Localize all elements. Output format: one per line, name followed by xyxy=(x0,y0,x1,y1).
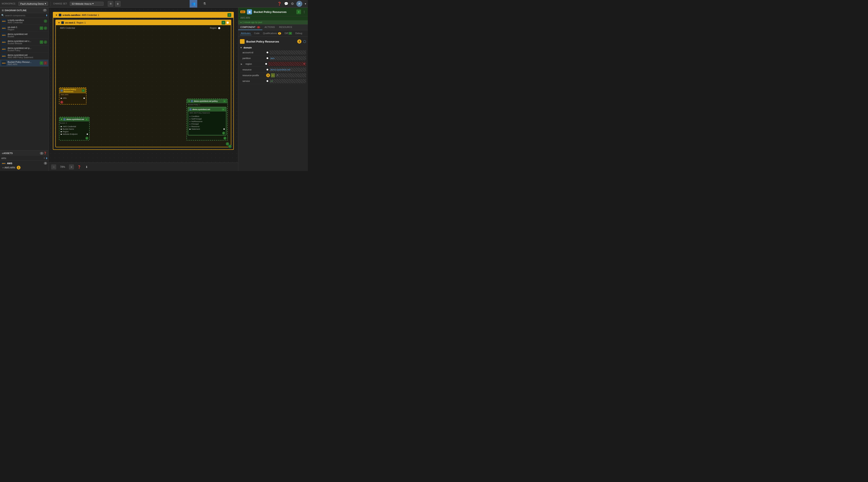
comp-type-iam: AWS IAM Policy Statement xyxy=(8,56,47,59)
policy-icon xyxy=(191,100,193,102)
bucket-collapse-icon[interactable]: ▼ xyxy=(61,118,63,120)
sandbox-title: s-tools-sandbox xyxy=(63,14,81,16)
aws-group-badge: 1 xyxy=(44,162,47,165)
comp-info-sandbox: s-tools-sandbox AWS Credential xyxy=(8,19,42,24)
region-label-node: Region xyxy=(210,26,220,29)
rp-timestamp: ● 1 minute ago by paul xyxy=(238,20,308,25)
right-panel: aws ▣ Bucket Policy Resources + ⋮ AWS AR… xyxy=(238,8,308,171)
comp-info-bucketweb: demo.sysinitest.net c... Bucket Website xyxy=(8,40,38,45)
help-canvas-icon[interactable]: ❓ xyxy=(76,164,82,169)
iam-inner-add[interactable]: + xyxy=(222,108,225,111)
subtab-qualifications[interactable]: Qualifications 1 xyxy=(262,31,282,35)
help-icon[interactable]: ❓ xyxy=(277,2,282,6)
top-bar: WORKSPACE: Paul's Authoring Demo ▾ CHANG… xyxy=(0,0,308,8)
diagram-canvas[interactable]: ▼ s-tools-sandbox AWS Credential: 1 + ▼ … xyxy=(49,8,238,163)
filter-icon[interactable]: ⧫ xyxy=(46,14,47,17)
avatar[interactable]: P xyxy=(297,1,302,7)
flask-icon-button[interactable]: ⚗ xyxy=(200,0,208,8)
bpr-inner-container[interactable]: Bucket Policy Resources + AWS ARN ARN xyxy=(59,87,87,105)
settings-icon[interactable]: ⚙ xyxy=(291,2,294,6)
component-item-bucket[interactable]: aws demo.sysinitest.net Bucket xyxy=(0,32,49,39)
subtab-attributes[interactable]: Attributes xyxy=(240,31,251,35)
users-icon-button[interactable]: 👥 xyxy=(190,0,197,8)
region-expand-icon[interactable]: ▶ xyxy=(240,63,243,65)
domain-header[interactable]: ▼ domain xyxy=(240,46,306,50)
comp-3d-icon[interactable]: ⬡ xyxy=(303,39,306,44)
region-add-button[interactable]: + xyxy=(221,21,225,25)
separator xyxy=(51,2,51,6)
tab-actions[interactable]: ACTIONS xyxy=(262,25,277,30)
policy-collapse-icon[interactable]: ▼ xyxy=(188,100,190,102)
subtab-debug[interactable]: Debug xyxy=(294,31,303,35)
grid-icon-button[interactable]: ⊞ xyxy=(108,1,113,6)
comp-check-sandbox[interactable]: ✓ xyxy=(44,20,47,23)
comp-check-bucketweb[interactable]: ✓ xyxy=(44,40,47,44)
comp-detail-num-badge: 2 xyxy=(297,39,302,44)
sandbox-check-icon: ✓ xyxy=(228,145,232,148)
comp-add-region[interactable]: + xyxy=(40,26,43,30)
comp-name-iam: demo.sysinitest.net xyxy=(8,54,47,56)
subtab-qual-badge: 1 xyxy=(278,32,281,35)
subtab-code[interactable]: Code xyxy=(253,31,260,35)
comp-add-bucketweb[interactable]: + xyxy=(40,40,43,44)
asset-item-arn[interactable]: ▾ AWS ARN 1 xyxy=(1,165,47,170)
comp-name-sandbox: s-tools-sandbox xyxy=(8,19,42,21)
asset-badge-arn: 1 xyxy=(17,166,21,169)
subtab-diff[interactable]: Diff + xyxy=(284,31,293,35)
asset-filter-icon[interactable]: ⧫ xyxy=(46,157,47,160)
assets-help-icon[interactable]: ❓ xyxy=(43,152,47,155)
component-item-bucketweb[interactable]: aws demo.sysinitest.net c... Bucket Webs… xyxy=(0,39,49,46)
zoom-out-button[interactable]: − xyxy=(51,164,56,169)
rp-menu-icon[interactable]: ⋮ xyxy=(303,10,306,13)
rp-header: aws ▣ Bucket Policy Resources + ⋮ xyxy=(238,8,308,16)
iam-dot-condition xyxy=(189,116,190,117)
component-item-sandbox[interactable]: aws s-tools-sandbox AWS Credential ✓ xyxy=(0,18,49,25)
iam-row-principal: Principal xyxy=(189,123,225,125)
comp-icon-bucket: aws xyxy=(1,33,6,38)
comp-add-bpr[interactable]: + xyxy=(40,61,43,65)
resource-postfix-badge: 3 xyxy=(266,74,270,77)
asset-search-input[interactable] xyxy=(1,157,43,160)
comp-check-region[interactable]: ✓ xyxy=(44,26,47,30)
bpr-icon xyxy=(61,89,63,92)
component-item-iam[interactable]: aws demo.sysinitest.net AWS IAM Policy S… xyxy=(0,53,49,60)
workspace-selector[interactable]: Paul's Authoring Demo ▾ xyxy=(19,2,48,6)
attr-dot-resource xyxy=(267,69,268,70)
sandbox-add-button[interactable]: + xyxy=(227,13,231,17)
policy-footer: ✓ xyxy=(187,136,227,140)
rp-aws-badge: aws xyxy=(240,10,245,13)
iam-icon xyxy=(189,108,191,110)
bucket-inner-add[interactable]: + xyxy=(85,118,88,121)
component-search-input[interactable] xyxy=(5,14,46,17)
component-item-bpr[interactable]: aws Bucket Policy Resour... AWS ARN + ✕ xyxy=(0,60,49,67)
iam-row-condition: Condition xyxy=(189,115,225,118)
subtab-diff-add[interactable]: + xyxy=(288,32,292,35)
bucket-inner-header: ▼ demo.sysinitest.net + xyxy=(59,117,89,121)
changeset-selector[interactable]: S3 Website How-to ▾ xyxy=(70,2,103,6)
component-item-bucketpol[interactable]: aws demo.sysinitest.net p... Bucket Poli… xyxy=(0,46,49,53)
changeset-label: CHANGE SET: xyxy=(53,3,67,5)
comp-error-bpr[interactable]: ✕ xyxy=(44,61,47,65)
tab-component[interactable]: COMPONENT ✕ xyxy=(238,25,262,30)
sandbox-collapse-icon[interactable]: ▼ xyxy=(55,14,58,16)
asset-clear-icon[interactable]: ✕ xyxy=(43,157,45,160)
asset-name-arn: AWS ARN xyxy=(4,166,15,169)
comp-icon-bucketweb: aws xyxy=(1,39,6,45)
bpr-inner-add[interactable]: + xyxy=(82,89,85,92)
trash-icon-button[interactable]: 🗑 xyxy=(115,1,121,6)
download-icon[interactable]: ⬇ xyxy=(84,164,89,169)
tab-resource[interactable]: RESOURCE xyxy=(277,25,294,30)
comp-icon-iam: aws xyxy=(1,54,6,59)
resource-postfix-info-icon[interactable]: ℹ xyxy=(271,73,275,78)
region-collapse-icon[interactable]: ▼ xyxy=(58,22,60,24)
domain-section: ▼ domain account-id partition aws xyxy=(240,46,306,84)
policy-inner-add[interactable]: + xyxy=(223,100,226,103)
aws-group-header[interactable]: aws AWS 1 xyxy=(1,162,47,165)
discord-icon[interactable]: 💬 xyxy=(284,2,288,6)
assets-section: ◈ ASSETS 1 ❓ ✕ ⧫ aws AWS 1 ▾ AWS ARN xyxy=(0,150,49,171)
attr-region-error-icon[interactable]: ✕ xyxy=(303,62,305,65)
workspace-name-text: Paul's Authoring Demo xyxy=(20,3,44,5)
component-item-region[interactable]: aws us-east-1 Region + ✓ xyxy=(0,25,49,32)
rp-add-button[interactable]: + xyxy=(297,9,301,14)
zoom-in-button[interactable]: + xyxy=(69,164,74,169)
